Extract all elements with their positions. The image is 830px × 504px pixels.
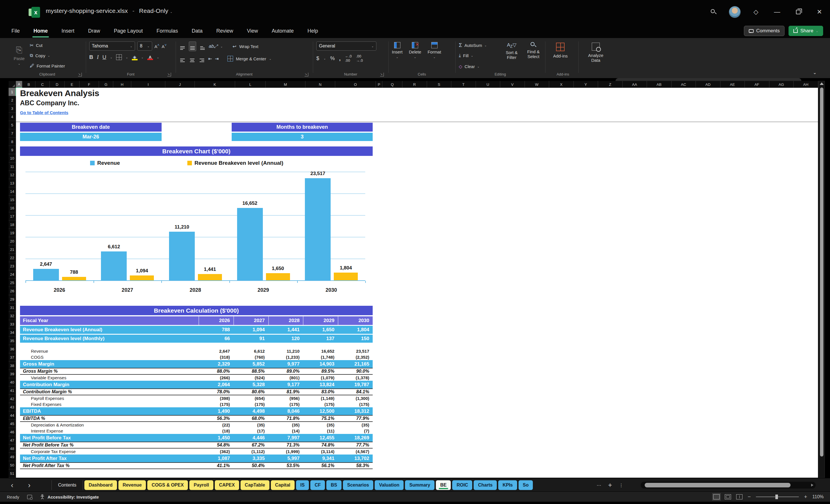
column-header-AD[interactable]: AD (696, 81, 721, 88)
sheet-tab-payroll[interactable]: Payroll (189, 480, 213, 490)
sheet-tab-summary[interactable]: Summary (405, 480, 435, 490)
sheet-options-button[interactable]: ⋮ (619, 482, 624, 488)
restore-button[interactable] (788, 0, 809, 24)
chevron-down-icon[interactable]: ⌄ (323, 57, 326, 60)
column-header-X[interactable]: X (549, 81, 574, 88)
row-header-48[interactable]: 48 (8, 444, 16, 453)
page-break-view-button[interactable] (736, 494, 742, 499)
row-header-47[interactable]: 47 (8, 436, 16, 444)
sheet-tab-valuation[interactable]: Valuation (375, 480, 404, 490)
sheet-tab-cf[interactable]: CF (310, 480, 325, 490)
sheet-tab-contents[interactable]: Contents (52, 480, 83, 490)
new-sheet-button[interactable]: + (608, 481, 612, 489)
horizontal-scrollbar[interactable] (641, 482, 816, 489)
excel-app-icon[interactable]: x (29, 7, 40, 18)
menu-tab-insert[interactable]: Insert (61, 27, 75, 35)
row-header-36[interactable]: 36 (8, 345, 16, 353)
chevron-down-icon[interactable]: ⌄ (157, 56, 159, 59)
zoom-in-button[interactable]: + (804, 494, 807, 500)
menu-tab-formulas[interactable]: Formulas (156, 27, 179, 35)
row-header-8[interactable]: 8 (8, 137, 16, 146)
row-header-24[interactable]: 24 (8, 270, 16, 279)
grow-font-button[interactable]: A˄ (154, 43, 159, 49)
sheet-tab-is[interactable]: IS (296, 480, 309, 490)
row-header-17[interactable]: 17 (8, 212, 16, 221)
format-cells-button[interactable]: Format ⌄ (427, 42, 441, 59)
table-of-contents-link[interactable]: Go to Table of Contents (20, 110, 68, 115)
minimize-button[interactable]: — (767, 0, 788, 24)
column-header-Z[interactable]: Z (598, 81, 622, 88)
increase-indent-icon[interactable]: ⇥ (215, 56, 219, 62)
row-header-7[interactable]: 7 (8, 129, 16, 137)
row-header-42[interactable]: 42 (8, 395, 16, 403)
row-header-39[interactable]: 39 (8, 370, 16, 378)
row-header-16[interactable]: 16 (8, 204, 16, 212)
prev-sheet-button[interactable]: ‹ (11, 478, 13, 492)
percent-style-button[interactable]: % (330, 56, 334, 62)
column-header-J[interactable]: J (165, 81, 195, 88)
sheet-tab-captable[interactable]: CapTable (241, 480, 269, 490)
align-top-button[interactable] (179, 42, 186, 51)
row-header-34[interactable]: 34 (8, 328, 16, 337)
orientation-icon[interactable]: ab⤢ (209, 44, 218, 49)
column-header-D[interactable]: D (50, 81, 65, 88)
number-format-select[interactable]: General ⌄ (316, 41, 376, 51)
clipboard-dialog-launcher[interactable]: ↘ (78, 73, 82, 76)
row-header-23[interactable]: 23 (8, 262, 16, 270)
row-header-14[interactable]: 14 (8, 187, 16, 196)
sheet-tab-cogs-opex[interactable]: COGS & OPEX (147, 480, 188, 490)
menu-tab-file[interactable]: File (11, 27, 20, 35)
align-center-button[interactable] (189, 54, 196, 63)
page-layout-view-button[interactable] (725, 494, 731, 499)
italic-button[interactable]: I (97, 54, 99, 60)
decrease-indent-icon[interactable]: ⇤ (208, 56, 212, 62)
find-select-button[interactable]: Find & Select (524, 42, 543, 59)
sheet-tab-revenue[interactable]: Revenue (119, 480, 146, 490)
sheet-tab-kpis[interactable]: KPIs (498, 480, 517, 490)
normal-view-button[interactable] (713, 494, 720, 499)
menu-tab-help[interactable]: Help (307, 27, 319, 35)
sheet-tab-bs[interactable]: BS (326, 480, 341, 490)
paste-button[interactable]: ⎘ Paste ⌄ (11, 42, 27, 68)
row-header-50[interactable]: 50 (8, 461, 16, 469)
sort-filter-button[interactable]: AZ▽ Sort & Filter (502, 42, 522, 60)
row-header-3[interactable]: 3 (8, 104, 16, 113)
underline-button[interactable]: U (102, 54, 106, 60)
row-header-26[interactable]: 26 (8, 287, 16, 295)
row-header-46[interactable]: 46 (8, 428, 16, 436)
share-button[interactable]: Share ⌄ (789, 26, 823, 36)
row-header-33[interactable]: 33 (8, 320, 16, 328)
row-header-12[interactable]: 12 (8, 171, 16, 179)
chevron-down-icon[interactable]: ⌄ (170, 10, 173, 13)
row-header-2[interactable]: 2 (8, 96, 16, 104)
row-header-22[interactable]: 22 (8, 254, 16, 262)
row-header-1[interactable]: 1 (8, 88, 16, 96)
analyze-data-button[interactable]: Analyze Data (586, 43, 606, 63)
column-header-AG[interactable]: AG (769, 81, 794, 88)
column-header-C[interactable]: C (35, 81, 50, 88)
comma-style-button[interactable]: , (339, 55, 341, 62)
row-header-31[interactable]: 31 (8, 304, 16, 312)
row-header-44[interactable]: 44 (8, 411, 16, 420)
column-header-AF[interactable]: AF (745, 81, 769, 88)
column-header-U[interactable]: U (476, 81, 501, 88)
macro-record-icon[interactable] (27, 495, 32, 499)
menu-tab-draw[interactable]: Draw (88, 27, 101, 35)
column-header-L[interactable]: L (235, 81, 266, 88)
row-header-43[interactable]: 43 (8, 403, 16, 411)
zoom-level[interactable]: 110% (812, 494, 824, 499)
column-header-AA[interactable]: AA (622, 81, 647, 88)
zoom-out-button[interactable]: − (747, 494, 751, 500)
column-header-E[interactable]: E (65, 81, 79, 88)
column-header-R[interactable]: R (403, 81, 427, 88)
row-header-9[interactable]: 9 (8, 146, 16, 154)
horizontal-scroll-thumb[interactable] (645, 483, 791, 487)
fill-button[interactable]: ⤓ Fill ⌄ (459, 53, 473, 58)
readonly-badge[interactable]: Read-Only (139, 7, 168, 14)
bold-button[interactable]: B (89, 54, 93, 60)
sheet-tab-roic[interactable]: ROIC (452, 480, 472, 490)
menu-tab-home[interactable]: Home (33, 27, 48, 35)
column-header-G[interactable]: G (99, 81, 113, 88)
addins-button[interactable]: Add-ins (553, 43, 568, 58)
menu-tab-automate[interactable]: Automate (271, 27, 294, 35)
